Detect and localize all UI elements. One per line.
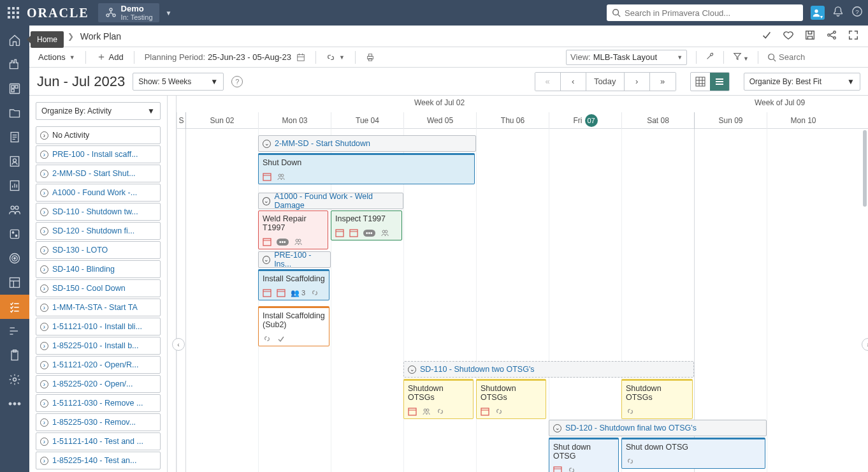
activity-row[interactable]: ›PRE-100 - Install scaff... bbox=[36, 145, 161, 163]
activity-row[interactable]: ›No Activity bbox=[36, 126, 161, 144]
grid-view-toggle[interactable] bbox=[691, 73, 710, 91]
svg-rect-18 bbox=[11, 85, 14, 88]
activity-row[interactable]: ›SD-130 - LOTO bbox=[36, 241, 161, 259]
panel-organize-select[interactable]: Organize By: Activity▼ bbox=[36, 102, 161, 120]
nav-files[interactable] bbox=[0, 101, 29, 125]
nav-last[interactable]: » bbox=[650, 73, 676, 91]
activity-row[interactable]: ›SD-110 - Shutdown tw... bbox=[36, 203, 161, 221]
nav-dashboard[interactable] bbox=[0, 77, 29, 101]
project-caret-icon[interactable]: ▼ bbox=[162, 10, 176, 17]
nav-contacts[interactable] bbox=[0, 149, 29, 173]
global-search-input[interactable] bbox=[625, 8, 798, 18]
nav-settings[interactable] bbox=[0, 367, 29, 392]
nav-reports[interactable] bbox=[0, 173, 29, 198]
nav-docs[interactable] bbox=[0, 125, 29, 149]
activity-row[interactable]: ›1-51121-010 - Install bli... bbox=[36, 318, 161, 336]
help-inline-icon[interactable]: ? bbox=[231, 76, 243, 87]
task-card[interactable]: Weld Repair T1997••• bbox=[258, 210, 328, 249]
global-search[interactable] bbox=[607, 4, 803, 21]
scrollbar[interactable] bbox=[863, 130, 867, 207]
notifications-icon[interactable] bbox=[832, 6, 844, 20]
save-layout-icon[interactable] bbox=[804, 29, 816, 43]
print-button[interactable] bbox=[363, 52, 377, 63]
activity-row[interactable]: ›1-51121-030 - Remove ... bbox=[36, 394, 161, 412]
add-button[interactable]: ＋Add bbox=[94, 49, 126, 65]
nav-more[interactable] bbox=[0, 392, 29, 416]
planning-period[interactable]: Planning Period: 25-Jun-23 - 05-Aug-23 bbox=[142, 51, 308, 63]
task-card[interactable]: Install Scaffolding👥 3 bbox=[258, 269, 329, 300]
svg-rect-83 bbox=[263, 290, 271, 297]
breadcrumb: Tasks ❯ Work Plan bbox=[29, 26, 868, 47]
activity-row[interactable]: ›SD-140 - Blinding bbox=[36, 260, 161, 278]
view-selector[interactable]: View: MLB-Task Layout ▼ bbox=[566, 50, 687, 65]
svg-point-28 bbox=[11, 206, 14, 209]
timeline: WWeek of Jul 02Week of Jul 09SSun 02Mon … bbox=[177, 96, 868, 472]
activity-row[interactable]: ›1-51121-140 - Test and ... bbox=[36, 432, 161, 450]
nav-home[interactable] bbox=[0, 28, 29, 52]
activity-row[interactable]: ›1-85225-030 - Remov... bbox=[36, 413, 161, 431]
svg-point-32 bbox=[15, 235, 17, 237]
commit-icon[interactable] bbox=[761, 29, 772, 43]
timeline-header: WWeek of Jul 02Week of Jul 09SSun 02Mon … bbox=[177, 96, 868, 129]
nav-risk[interactable] bbox=[0, 222, 29, 246]
actions-menu[interactable]: Actions▼ bbox=[36, 51, 78, 63]
list-view-toggle[interactable] bbox=[710, 73, 729, 91]
activity-row[interactable]: ›1-85225-140 - Test an... bbox=[36, 452, 161, 469]
fullscreen-icon[interactable] bbox=[848, 29, 859, 43]
page-title: Jun - Jul 2023 bbox=[37, 73, 125, 90]
user-avatar[interactable]: ▾ bbox=[811, 6, 825, 20]
activity-row[interactable]: ›1-MM-TA-STA - Start TA bbox=[36, 299, 161, 316]
help-icon[interactable]: ? bbox=[851, 6, 863, 20]
nav-first[interactable]: « bbox=[535, 73, 561, 91]
app-switcher-icon[interactable] bbox=[5, 4, 22, 21]
nav-tasks[interactable] bbox=[0, 295, 29, 319]
activity-row[interactable]: ›A1000 - Found Work -... bbox=[36, 184, 161, 202]
day-header: Wed 05 bbox=[403, 112, 476, 129]
nav-target[interactable] bbox=[0, 246, 29, 270]
svg-rect-30 bbox=[10, 230, 18, 238]
nav-today[interactable]: Today bbox=[586, 73, 625, 91]
activity-row[interactable]: ›2-MM-SD - Start Shut... bbox=[36, 165, 161, 182]
collapse-left-icon[interactable]: ‹ bbox=[172, 338, 185, 351]
activity-group[interactable]: ⌄PRE-100 - Ins... bbox=[258, 251, 331, 268]
share-icon[interactable] bbox=[826, 29, 837, 43]
task-card[interactable]: Shut down OTSG bbox=[621, 438, 765, 469]
show-weeks-select[interactable]: Show: 5 Weeks▼ bbox=[133, 73, 224, 91]
nav-layout[interactable] bbox=[0, 270, 29, 295]
task-card[interactable]: Shutdown OTSGs bbox=[403, 379, 474, 419]
nav-portfolio[interactable] bbox=[0, 52, 29, 77]
task-card[interactable]: Shutdown OTSGs bbox=[621, 379, 693, 419]
svg-point-72 bbox=[281, 174, 284, 177]
task-card[interactable]: Shut down OTSG bbox=[549, 438, 619, 472]
activity-group[interactable]: ⌄SD-120 - Shutdown final two OTSG's bbox=[549, 420, 767, 436]
activity-row[interactable]: ›1-85225-010 - Install b... bbox=[36, 337, 161, 355]
filter-icon[interactable]: ▼ bbox=[733, 52, 749, 63]
nav-next[interactable]: › bbox=[625, 73, 650, 91]
task-card[interactable]: Shut Down bbox=[258, 153, 475, 184]
task-card[interactable]: Shutdown OTSGs bbox=[476, 379, 546, 419]
activity-list[interactable]: ›No Activity›PRE-100 - Install scaff...›… bbox=[29, 126, 167, 472]
activity-row[interactable]: ›1-85225-020 - Open/... bbox=[36, 375, 161, 393]
wrench-icon[interactable] bbox=[705, 52, 714, 63]
task-card[interactable]: Inspect T1997••• bbox=[331, 210, 402, 240]
activity-group[interactable]: ⌄2-MM-SD - Start Shutdown bbox=[258, 135, 476, 152]
nav-prev[interactable]: ‹ bbox=[561, 73, 586, 91]
left-nav: Home bbox=[0, 26, 29, 472]
nav-clipboard[interactable] bbox=[0, 343, 29, 367]
toolbar-search[interactable] bbox=[767, 52, 862, 62]
project-selector[interactable]: Demo In: Testing bbox=[98, 3, 159, 22]
nav-schedule[interactable] bbox=[0, 319, 29, 343]
toolbar-search-input[interactable] bbox=[779, 52, 862, 62]
activity-group[interactable]: ⌄A1000 - Found Work - Weld Damage bbox=[258, 193, 403, 209]
timeline-body[interactable]: ⌄2-MM-SD - Start Shutdown⌄A1000 - Found … bbox=[177, 129, 868, 472]
activity-row[interactable]: ›SD-120 - Shutdown fi... bbox=[36, 222, 161, 240]
nav-team[interactable] bbox=[0, 198, 29, 222]
favorite-icon[interactable] bbox=[783, 29, 794, 43]
organize-by-select[interactable]: Organize By: Best Fit▼ bbox=[744, 73, 860, 91]
link-menu[interactable]: ▼ bbox=[324, 52, 347, 63]
activity-group[interactable]: ⌄SD-110 - Shutdown two OTSG's bbox=[403, 361, 694, 378]
activity-row[interactable]: ›1-51121-020 - Open/R... bbox=[36, 356, 161, 374]
activity-row[interactable]: ›SD-150 - Cool Down bbox=[36, 279, 161, 297]
task-card[interactable]: Install Scaffolding (Sub2) bbox=[258, 306, 329, 346]
svg-point-51 bbox=[834, 37, 836, 40]
